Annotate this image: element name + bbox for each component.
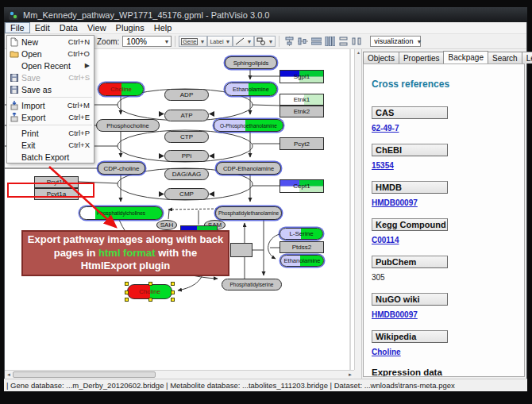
file-menu-item-print[interactable]: PrintCtrl+P (7, 127, 94, 139)
node-gene-box-partial[interactable] (230, 243, 253, 257)
xref-link[interactable]: HMDB00097 (372, 198, 418, 207)
node-sphingolipids[interactable]: Sphingolipids (225, 56, 277, 69)
tab-search[interactable]: Search (488, 52, 522, 63)
window-title: Mm_Kennedy_pathway_WP1771_45176.gpml - P… (23, 10, 269, 20)
selection-handle[interactable] (171, 282, 175, 286)
tab-backpage[interactable]: Backpage (443, 51, 488, 63)
node-ptdss2-gene[interactable]: Ptdss2 (279, 241, 324, 253)
import-icon (10, 101, 19, 110)
selection-handle[interactable] (125, 282, 129, 286)
pathvisio-window-frame: Mm_Kennedy_pathway_WP1771_45176.gpml - P… (0, 0, 532, 404)
backpage-panel[interactable]: Cross references CAS62-49-7ChEBI15354HMD… (363, 63, 525, 377)
node-etnk1-gene[interactable]: Etnk1 (279, 94, 324, 106)
menu-data[interactable]: Data (55, 22, 83, 33)
selection-handle[interactable] (171, 298, 175, 302)
menu-help[interactable]: Help (149, 22, 177, 33)
node-label: ATP (181, 112, 193, 119)
menu-edit[interactable]: Edit (30, 22, 55, 33)
node-ppi[interactable]: PPi (164, 150, 209, 162)
xref-section-chebi: ChEBI15354 (372, 144, 524, 171)
label-tool-button[interactable]: Label▼ (207, 36, 233, 47)
selection-handle[interactable] (125, 290, 129, 294)
tab-properties[interactable]: Properties (399, 52, 445, 63)
menu-file[interactable]: File (5, 22, 30, 33)
node-choline-top[interactable]: Choline (98, 83, 144, 96)
horizontal-scroll-thumb[interactable] (13, 371, 156, 378)
node-ethanolamine-top[interactable]: Ethanolamine (225, 83, 277, 96)
file-menu-item-exit[interactable]: ExitCtrl+X (7, 139, 94, 151)
node-cdp-choline[interactable]: CDP-choline (98, 162, 145, 175)
node-sah[interactable]: SAH (156, 220, 177, 230)
selection-handle[interactable] (148, 298, 152, 302)
canvas-horizontal-scrollbar[interactable]: ◄ ► (5, 370, 354, 379)
node-adp[interactable]: ADP (164, 89, 209, 101)
menu-item-label: Save (21, 73, 68, 83)
node-label: CTP (180, 133, 193, 140)
visualization-value: visualization (374, 37, 413, 45)
node-phosphatidylethanolamine[interactable]: Phosphatidylethanolamine (215, 206, 282, 220)
xref-link[interactable]: 62-49-7 (372, 124, 399, 133)
align-center-button[interactable] (283, 36, 296, 48)
node-o-phosphoethanolamine[interactable]: O-Phosphoethanolamine (214, 119, 283, 132)
align-middle-button[interactable] (296, 36, 310, 48)
tab-legend[interactable]: Legend (522, 52, 532, 63)
menu-item-label: New (21, 37, 68, 47)
file-menu-item-save-as[interactable]: Save as (7, 83, 94, 95)
node-ethanolamine-bottom[interactable]: Ethanolamine (280, 255, 324, 267)
status-bar: | Gene database: ...m_Derby_20120602.bri… (4, 379, 527, 391)
node-phosphatidylcholines[interactable]: Phosphatidylcholines (79, 206, 163, 220)
xref-link[interactable]: HMDB00097 (372, 310, 418, 319)
node-cmp[interactable]: CMP (164, 188, 209, 200)
file-menu-item-import[interactable]: ImportCtrl+M (7, 99, 94, 111)
distribute-horizontal-button[interactable] (310, 36, 323, 48)
menu-item-label: Open Recent (21, 61, 85, 71)
stack-vertical-button[interactable] (337, 36, 350, 48)
file-menu-item-open[interactable]: OpenCtrl+O (7, 48, 94, 60)
menu-view[interactable]: View (83, 22, 111, 33)
file-menu-item-save[interactable]: SaveCtrl+S (7, 71, 94, 83)
line-tool-button[interactable]: ▼ (233, 36, 254, 47)
file-menu-item-export[interactable]: ExportCtrl+E (7, 111, 94, 123)
shape-tool-button[interactable]: ▼ (254, 36, 276, 47)
tab-objects[interactable]: Objects (363, 52, 399, 63)
export-icon (10, 113, 19, 122)
node-cdp-ethanolamine[interactable]: CDP-Ethanolamine (216, 162, 281, 175)
title-bar[interactable]: Mm_Kennedy_pathway_WP1771_45176.gpml - P… (4, 7, 527, 22)
node-phosphatidylserine[interactable]: Phosphatidylserine (222, 279, 282, 290)
node-sgpl1-gene[interactable]: Sgpl1 (279, 70, 324, 83)
new-document-icon (7, 37, 21, 47)
file-menu-item-new[interactable]: NewCtrl+N (7, 36, 94, 48)
selection-handle[interactable] (148, 282, 152, 286)
node-pcyt2-gene[interactable]: Pcyt2 (279, 137, 324, 150)
node-ctp[interactable]: CTP (164, 131, 209, 143)
node-phosphocholine[interactable]: Phosphocholine (96, 119, 160, 132)
stack-vertical-icon (338, 37, 349, 46)
file-menu-item-open-recent[interactable]: Open Recent▶ (7, 60, 94, 71)
menu-item-shortcut: Ctrl+X (68, 140, 90, 149)
menu-item-shortcut: Ctrl+N (68, 37, 90, 46)
menu-item-label: Open (21, 49, 67, 59)
xref-section-wikipedia: WikipediaCholine (372, 330, 524, 357)
xref-section-pubchem: PubChem305 (372, 256, 524, 283)
gene-tool-button[interactable]: Gene▼ (179, 36, 207, 47)
visualization-combobox[interactable]: visualization▼ (370, 36, 421, 47)
node-etnk2-gene[interactable]: Etnk2 (279, 106, 324, 117)
node-l-serine[interactable]: L-Serine (279, 228, 323, 240)
node-dag-aag[interactable]: DAG/AAG (164, 168, 209, 180)
node-atp[interactable]: ATP (164, 110, 209, 121)
selection-handle[interactable] (171, 290, 175, 294)
zoom-combobox[interactable]: 100%▼ (122, 36, 172, 47)
callout-line1: Export pathway images along with back (28, 233, 223, 245)
xref-link[interactable]: Choline (372, 348, 401, 356)
canvas-vertical-scrollbar[interactable]: ▲ (354, 49, 361, 370)
stack-horizontal-button[interactable] (350, 36, 364, 48)
xref-link[interactable]: 15354 (372, 161, 394, 170)
distribute-vertical-button[interactable] (323, 36, 337, 48)
file-menu-item-batch-export[interactable]: Batch Export (7, 151, 94, 163)
selection-handle[interactable] (125, 298, 129, 302)
node-label: Ethanolamine (284, 257, 321, 264)
menu-plugins[interactable]: Plugins (111, 22, 149, 33)
xref-link[interactable]: C00114 (372, 236, 399, 244)
node-cept1-gene[interactable]: Cept1 (279, 179, 324, 193)
align-center-icon (284, 37, 295, 46)
